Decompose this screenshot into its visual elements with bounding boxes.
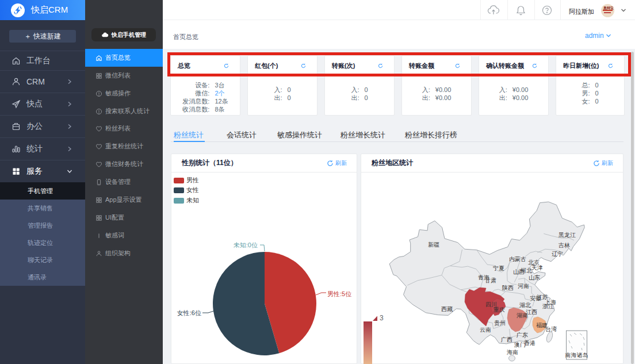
svg-text:山东: 山东 [529,274,540,281]
svg-text:云南: 云南 [480,327,491,333]
svg-text:河北: 河北 [521,267,533,274]
svg-text:吉林: 吉林 [559,242,570,248]
svg-text:西藏: 西藏 [441,306,453,312]
svg-text:女性:6位: 女性:6位 [177,309,201,316]
svg-text:新疆: 新疆 [428,242,439,248]
svg-text:甘肃: 甘肃 [485,277,496,283]
svg-text:贵州: 贵州 [494,320,506,326]
svg-text:3: 3 [380,314,384,322]
svg-text:宁夏: 宁夏 [493,265,504,271]
svg-text:湖北: 湖北 [519,302,531,308]
svg-text:重庆: 重庆 [493,306,505,313]
svg-text:浙江: 浙江 [542,303,554,309]
svg-text:福建: 福建 [536,322,548,328]
svg-text:河南: 河南 [518,283,529,289]
svg-text:澳门: 澳门 [514,342,526,348]
svg-text:香港: 香港 [524,340,535,346]
svg-text:内蒙古: 内蒙古 [509,256,526,262]
svg-text:男性:5位: 男性:5位 [327,290,351,297]
svg-text:天津: 天津 [531,265,543,271]
svg-text:湖南: 湖南 [517,312,528,319]
svg-text:海南: 海南 [507,349,518,355]
svg-text:广西: 广西 [501,336,512,343]
svg-text:陕西: 陕西 [502,285,514,291]
svg-text:广东: 广东 [517,332,528,338]
svg-text:未知:0位: 未知:0位 [234,242,258,248]
svg-text:南海诸岛: 南海诸岛 [565,352,588,358]
svg-text:黑龙江: 黑龙江 [559,232,576,238]
svg-text:辽宁: 辽宁 [552,251,563,257]
